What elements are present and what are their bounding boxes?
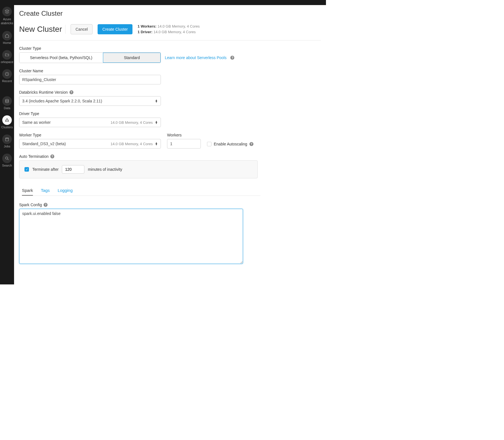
sidebar-item-label: Home	[2, 41, 12, 44]
summary-workers-spec: 14.0 GB Memory, 4 Cores	[156, 24, 200, 28]
tab-logging[interactable]: Logging	[58, 186, 73, 196]
driver-type-label: Driver Type	[19, 111, 321, 116]
sidebar: Azure atabricks Home orkspace Recent	[0, 5, 14, 284]
worker-type-section: Worker Type Standard_DS3_v2 (beta) 14.0 …	[19, 133, 161, 149]
clock-icon	[2, 69, 12, 79]
sidebar-item-label: Data	[2, 106, 12, 110]
cancel-button[interactable]: Cancel	[71, 24, 93, 34]
database-icon	[2, 96, 12, 106]
svg-point-5	[8, 121, 9, 122]
brand-line2: atabricks	[1, 21, 13, 25]
auto-termination-box: ✓ Terminate after minutes of inactivity	[19, 160, 258, 178]
cluster-type-serverless-button[interactable]: Serverless Pool (beta, Python/SQL)	[19, 53, 103, 63]
sidebar-item-label: Jobs	[2, 145, 12, 148]
spark-config-label-text: Spark Config	[19, 203, 42, 207]
tab-spark[interactable]: Spark	[22, 186, 33, 196]
cluster-type-section: Cluster Type Serverless Pool (beta, Pyth…	[19, 46, 321, 63]
sidebar-item-label: Search	[2, 164, 12, 167]
help-icon[interactable]: ?	[249, 142, 253, 146]
home-icon	[2, 31, 12, 41]
cluster-type-label: Cluster Type	[19, 46, 321, 51]
sidebar-item-home[interactable]: Home	[2, 31, 12, 44]
cluster-name-section: Cluster Name	[19, 69, 321, 84]
help-icon[interactable]: ?	[69, 90, 73, 94]
spark-config-section: Spark Config ?	[19, 203, 243, 265]
sidebar-item-recent[interactable]: Recent	[2, 69, 12, 83]
chevron-updown-icon: ▲▼	[155, 121, 158, 124]
autoscale-checkbox[interactable]	[207, 142, 212, 146]
runtime-value: 3.4 (includes Apache Spark 2.2.0, Scala …	[22, 99, 102, 103]
runtime-select[interactable]: 3.4 (includes Apache Spark 2.2.0, Scala …	[19, 96, 161, 106]
summary-workers-label: 1 Workers:	[138, 24, 156, 28]
sidebar-item-search[interactable]: Search	[2, 154, 12, 167]
auto-termination-section: Auto Termination ? ✓ Terminate after min…	[19, 154, 321, 178]
spark-config-label: Spark Config ?	[19, 203, 243, 207]
svg-point-7	[6, 157, 8, 159]
runtime-section: Databricks Runtime Version ? 3.4 (includ…	[19, 90, 321, 106]
auto-termination-label: Auto Termination ?	[19, 154, 321, 159]
page-title: Create Cluster	[19, 9, 321, 17]
terminate-checkbox[interactable]: ✓	[24, 167, 29, 172]
summary-driver-label: 1 Driver:	[138, 30, 152, 34]
help-icon[interactable]: ?	[230, 56, 234, 60]
cluster-name-input[interactable]	[19, 75, 161, 84]
sidebar-item-data[interactable]: Data	[2, 96, 12, 110]
autoscale-row: Enable Autoscaling ?	[207, 142, 253, 149]
runtime-label: Databricks Runtime Version ?	[19, 90, 321, 95]
cluster-type-standard-button[interactable]: Standard	[103, 53, 161, 63]
calendar-icon	[2, 134, 12, 144]
sidebar-item-label: Recent	[2, 79, 12, 83]
worker-row: Worker Type Standard_DS3_v2 (beta) 14.0 …	[19, 133, 321, 149]
sidebar-item-workspace[interactable]: orkspace	[1, 50, 14, 64]
cluster-type-segmented: Serverless Pool (beta, Python/SQL) Stand…	[19, 52, 161, 63]
svg-point-1	[6, 99, 9, 100]
tab-tags[interactable]: Tags	[41, 186, 50, 196]
sidebar-item-jobs[interactable]: Jobs	[2, 134, 12, 148]
cluster-name-label: Cluster Name	[19, 69, 321, 73]
sidebar-item-clusters[interactable]: Clusters	[1, 115, 13, 129]
svg-point-3	[5, 121, 6, 122]
help-icon[interactable]: ?	[44, 203, 48, 207]
cluster-summary: 1 Workers: 14.0 GB Memory, 4 Cores 1 Dri…	[138, 24, 200, 35]
autoscale-label: Enable Autoscaling	[214, 142, 247, 146]
databricks-icon	[2, 7, 12, 16]
learn-more-link[interactable]: Learn more about Serverless Pools	[165, 55, 226, 60]
search-icon	[2, 154, 12, 163]
workers-label: Workers	[167, 133, 201, 137]
config-tabs: Spark Tags Logging	[22, 186, 260, 196]
worker-type-label: Worker Type	[19, 133, 161, 137]
chevron-updown-icon: ▲▼	[155, 142, 158, 145]
terminate-pre-text: Terminate after	[32, 167, 58, 172]
driver-type-value: Same as worker	[22, 120, 51, 125]
terminate-minutes-input[interactable]	[62, 165, 84, 174]
terminate-post-text: minutes of inactivity	[88, 167, 122, 172]
sidebar-item-label: Clusters	[1, 125, 13, 129]
spark-config-textarea[interactable]	[19, 209, 243, 264]
workers-section: Workers	[167, 133, 201, 149]
worker-type-select[interactable]: Standard_DS3_v2 (beta) 14.0 GB Memory, 4…	[19, 139, 161, 149]
auto-termination-label-text: Auto Termination	[19, 154, 49, 159]
worker-type-value: Standard_DS3_v2 (beta)	[22, 142, 66, 146]
summary-driver-spec: 14.0 GB Memory, 4 Cores	[152, 30, 196, 34]
driver-type-select[interactable]: Same as worker 14.0 GB Memory, 4 Cores ▲…	[19, 118, 161, 127]
svg-rect-6	[6, 138, 9, 141]
driver-type-spec: 14.0 GB Memory, 4 Cores	[111, 120, 153, 125]
svg-point-4	[7, 121, 8, 122]
folder-icon	[2, 50, 12, 60]
header-row: New Cluster Cancel Create Cluster 1 Work…	[19, 24, 321, 41]
help-icon[interactable]: ?	[50, 154, 54, 158]
chevron-updown-icon: ▲▼	[155, 99, 158, 103]
brand-line1: Azure	[1, 17, 13, 21]
cluster-icon	[2, 115, 12, 125]
worker-type-spec: 14.0 GB Memory, 4 Cores	[111, 142, 153, 146]
brand[interactable]: Azure atabricks	[1, 7, 13, 25]
driver-type-section: Driver Type Same as worker 14.0 GB Memor…	[19, 111, 321, 127]
svg-point-2	[7, 118, 8, 119]
sidebar-item-label: orkspace	[1, 60, 14, 64]
main-content: Create Cluster New Cluster Cancel Create…	[14, 5, 326, 284]
page-subtitle: New Cluster	[19, 25, 66, 34]
runtime-label-text: Databricks Runtime Version	[19, 90, 68, 95]
workers-input[interactable]	[167, 139, 201, 149]
create-cluster-button[interactable]: Create Cluster	[98, 24, 132, 34]
